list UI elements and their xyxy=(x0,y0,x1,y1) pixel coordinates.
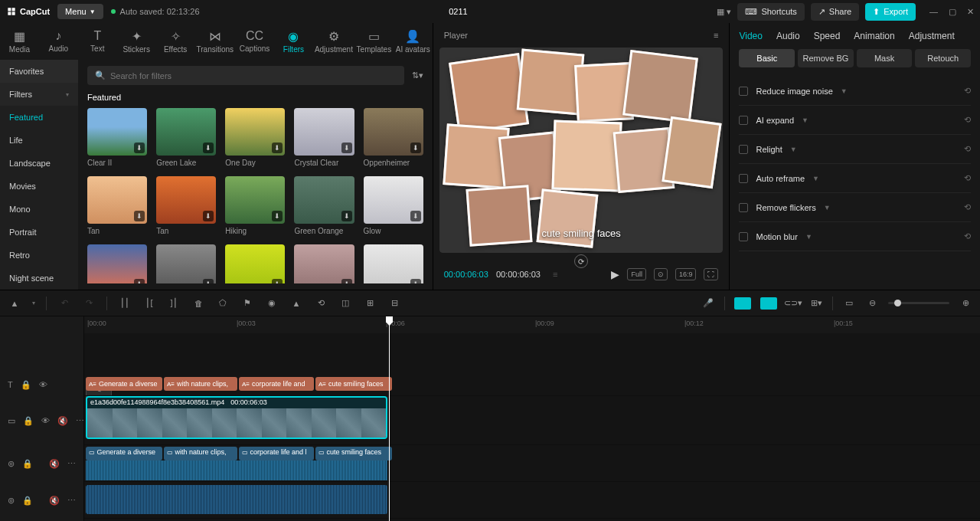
sidebar-item-night-scene[interactable]: Night scene xyxy=(0,267,78,290)
expand-icon[interactable]: ⛶ xyxy=(704,268,718,280)
marker-icon[interactable]: ⬠ xyxy=(216,297,230,310)
download-icon[interactable]: ⬇ xyxy=(341,279,352,283)
crop-icon[interactable]: ◫ xyxy=(338,297,352,310)
tool-tab-ai avatars[interactable]: 👤AI avatars xyxy=(394,26,433,57)
player-menu-icon[interactable]: ≡ xyxy=(714,31,718,40)
download-icon[interactable]: ⬇ xyxy=(272,279,283,283)
tool-tab-effects[interactable]: ✧Effects xyxy=(156,26,195,57)
tool-tab-media[interactable]: ▦Media xyxy=(0,26,39,57)
share-button[interactable]: ↗Share xyxy=(811,3,859,21)
tool-tab-templates[interactable]: ▭Templates xyxy=(354,26,394,57)
sidebar-item-featured[interactable]: Featured xyxy=(0,106,78,129)
full-button[interactable]: Full xyxy=(627,268,646,280)
checkbox[interactable] xyxy=(739,116,748,125)
more-icon[interactable]: ⋯ xyxy=(67,459,76,469)
magnet-b-icon[interactable] xyxy=(760,297,777,310)
option-reduce-image-noise[interactable]: Reduce image noise▼⟲ xyxy=(739,77,971,106)
download-icon[interactable]: ⬇ xyxy=(134,143,145,153)
download-icon[interactable]: ⬇ xyxy=(341,143,352,153)
waveform[interactable] xyxy=(86,485,387,514)
export-button[interactable]: ⬆Export xyxy=(865,3,916,21)
play-button[interactable]: ▶ xyxy=(611,268,619,280)
sidebar-item-retro[interactable]: Retro xyxy=(0,244,78,267)
sync-icon[interactable]: ⟳ xyxy=(574,254,588,268)
filter-item-10[interactable]: ⬇ xyxy=(87,244,147,283)
tool-tab-audio[interactable]: ♪Audio xyxy=(39,26,78,57)
option-auto-reframe[interactable]: Auto reframe▼⟲ xyxy=(739,164,971,193)
flag-icon[interactable]: ⚑ xyxy=(240,297,254,310)
tool-tab-adjustment[interactable]: ⚙Adjustment xyxy=(313,26,354,57)
rsubtab-remove-bg[interactable]: Remove BG xyxy=(798,49,854,67)
more-icon[interactable]: ⋯ xyxy=(67,496,76,506)
split-icon[interactable]: ⎮⎮ xyxy=(118,297,132,310)
filter-crystal-clear[interactable]: ⬇Crystal Clear xyxy=(294,108,354,167)
eye-icon[interactable]: 👁 xyxy=(41,416,50,425)
checkbox[interactable] xyxy=(739,203,748,212)
filter-green-orange[interactable]: ⬇Green Orange xyxy=(294,176,354,235)
zoom-out-icon[interactable]: ⊖ xyxy=(865,297,879,310)
filter-item-12[interactable]: ⬇ xyxy=(225,244,285,283)
download-icon[interactable]: ⬇ xyxy=(203,143,214,153)
zoom-in-icon[interactable]: ⊕ xyxy=(959,297,972,310)
zoom-slider[interactable] xyxy=(888,302,949,304)
more-icon[interactable]: ⋯ xyxy=(76,416,84,426)
rsubtab-retouch[interactable]: Retouch xyxy=(915,49,971,67)
filter-glow[interactable]: ⬇Glow xyxy=(364,176,423,235)
filter-one-day[interactable]: ⬇One Day xyxy=(225,108,285,167)
sidebar-filters[interactable]: Filters▾ xyxy=(0,83,78,106)
option-motion-blur[interactable]: Motion blur▼⟲ xyxy=(739,222,971,251)
sidebar-item-landscape[interactable]: Landscape xyxy=(0,152,78,175)
download-icon[interactable]: ⬇ xyxy=(203,279,214,283)
shortcuts-button[interactable]: ⌨Shortcuts xyxy=(737,3,804,21)
rsubtab-mask[interactable]: Mask xyxy=(857,49,913,67)
lock-icon[interactable]: 🔒 xyxy=(21,380,31,390)
caption-clip[interactable]: A≡Generate a diverse xyxy=(86,377,162,391)
layout-icon[interactable]: ▦ ▾ xyxy=(717,7,731,17)
download-icon[interactable]: ⬇ xyxy=(410,143,421,153)
filter-item-11[interactable]: ⬇ xyxy=(156,244,216,283)
tool-tab-captions[interactable]: CCCaptions xyxy=(235,26,274,57)
filter-green-lake[interactable]: ⬇Green Lake xyxy=(156,108,216,167)
ratio-button[interactable]: 16:9 xyxy=(675,268,697,280)
record-icon[interactable]: ◉ xyxy=(265,297,279,310)
filter-item-13[interactable]: ⬇ xyxy=(294,244,354,283)
tool-tab-stickers[interactable]: ✦Stickers xyxy=(117,26,156,57)
eye-icon[interactable]: 👁 xyxy=(39,380,47,389)
split-right-icon[interactable]: ]⎮ xyxy=(167,297,181,310)
cursor-tool-icon[interactable]: ▲ xyxy=(8,297,21,310)
rtab-animation[interactable]: Animation xyxy=(854,31,894,41)
split-left-icon[interactable]: ⎮[ xyxy=(142,297,156,310)
download-icon[interactable]: ⬇ xyxy=(410,279,421,283)
mute-icon[interactable]: 🔇 xyxy=(57,416,68,426)
snap-icon[interactable]: ⊞▾ xyxy=(809,297,823,310)
checkbox[interactable] xyxy=(739,232,748,241)
list-icon[interactable]: ≡ xyxy=(553,270,557,279)
search-input[interactable]: 🔍 xyxy=(87,66,404,85)
menu-button[interactable]: Menu▼ xyxy=(57,4,103,19)
video-preview[interactable]: cute smiling faces xyxy=(439,48,724,253)
sidebar-favorites[interactable]: Favorites xyxy=(0,60,78,83)
download-icon[interactable]: ⬇ xyxy=(203,211,214,221)
focus-icon[interactable]: ⊙ xyxy=(654,268,668,280)
checkbox[interactable] xyxy=(739,174,748,183)
download-icon[interactable]: ⬇ xyxy=(272,143,283,153)
checkbox[interactable] xyxy=(739,87,748,96)
tool-b-icon[interactable]: ⊟ xyxy=(387,297,401,310)
audio-clip[interactable]: ▭ Generate a diverse xyxy=(86,447,162,460)
download-icon[interactable]: ⬇ xyxy=(341,211,352,221)
preview-icon[interactable]: ▭ xyxy=(842,297,856,310)
tool-a-icon[interactable]: ⊞ xyxy=(363,297,377,310)
filter-oppenheimer[interactable]: ⬇Oppenheimer xyxy=(364,108,423,167)
sort-icon[interactable]: ⇅▾ xyxy=(412,70,423,80)
close-icon[interactable]: ✕ xyxy=(967,7,974,17)
tool-tab-filters[interactable]: ◉Filters xyxy=(274,26,313,57)
download-icon[interactable]: ⬇ xyxy=(134,211,145,221)
sidebar-item-portrait[interactable]: Portrait xyxy=(0,221,78,244)
delete-icon[interactable]: 🗑 xyxy=(191,297,205,310)
sidebar-item-life[interactable]: Life xyxy=(0,129,78,152)
tool-tab-text[interactable]: TText xyxy=(78,26,117,57)
audio-clip[interactable]: ▭ with nature clips, xyxy=(164,447,237,460)
minimize-icon[interactable]: — xyxy=(929,7,938,17)
rtab-audio[interactable]: Audio xyxy=(776,31,800,41)
link-icon[interactable]: ⊂⊃▾ xyxy=(786,297,800,310)
